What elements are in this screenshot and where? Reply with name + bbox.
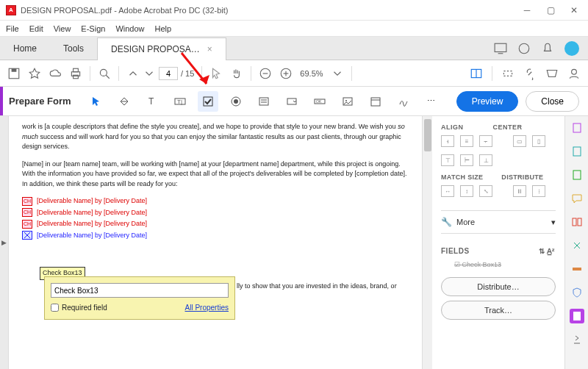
more-dropdown[interactable]: 🔧More▾: [441, 217, 556, 227]
page-number-input[interactable]: [159, 67, 178, 80]
zoom-in-icon[interactable]: [279, 67, 293, 80]
menubar: File Edit View E-Sign Window Help: [0, 21, 588, 37]
minimize-button[interactable]: ─: [522, 5, 532, 15]
tab-home[interactable]: Home: [0, 37, 50, 60]
align-bottom-icon[interactable]: ⊥: [479, 154, 492, 166]
radio-tool[interactable]: [226, 91, 246, 112]
star-icon[interactable]: [28, 67, 41, 80]
text-field-tool[interactable]: T|: [170, 91, 190, 112]
more-tools-strip-icon[interactable]: [570, 332, 584, 347]
match-height-icon[interactable]: ↕: [460, 185, 473, 197]
close-window-button[interactable]: ✕: [569, 5, 579, 15]
field-name-input[interactable]: [51, 283, 229, 298]
checkbox-tool[interactable]: [198, 91, 218, 112]
tab-document[interactable]: DESIGN PROPOSA…×: [97, 37, 226, 60]
export-icon[interactable]: [570, 168, 584, 182]
edit-pdf-icon[interactable]: [570, 144, 584, 159]
tab-tools[interactable]: Tools: [50, 37, 97, 60]
more-tools-icon[interactable]: ⋯: [421, 91, 442, 112]
select-tool[interactable]: [86, 91, 107, 112]
align-right-icon[interactable]: ⫟: [479, 135, 492, 147]
protect-icon[interactable]: [570, 285, 584, 300]
hand-icon[interactable]: [230, 67, 243, 80]
main-toolbar: / 15 69.5%: [0, 60, 588, 87]
sign-icon[interactable]: [567, 67, 581, 80]
button-tool[interactable]: OK: [309, 91, 330, 112]
star-share-icon[interactable]: [517, 42, 531, 55]
edit-tool[interactable]: [114, 91, 135, 112]
cloud-icon[interactable]: [49, 67, 62, 80]
distribute-button[interactable]: Distribute…: [441, 277, 556, 296]
redact-icon[interactable]: [570, 262, 584, 276]
link-tool-icon[interactable]: [523, 67, 537, 80]
svg-rect-45: [573, 268, 581, 271]
prepare-form-icon[interactable]: [570, 309, 584, 323]
image-tool[interactable]: [337, 91, 358, 112]
form-checkbox-field[interactable]: CH: [22, 197, 32, 206]
deliverable-row[interactable]: CH[Deliverable Name] by [Delivery Date]: [22, 208, 410, 218]
menu-file[interactable]: File: [6, 24, 19, 33]
center-v-icon[interactable]: ▯: [532, 135, 545, 147]
maximize-button[interactable]: ▢: [545, 5, 556, 15]
menu-view[interactable]: View: [54, 24, 71, 33]
zoom-out-icon[interactable]: [259, 67, 272, 80]
page-up-icon[interactable]: [126, 67, 140, 80]
zoom-dropdown-icon[interactable]: [331, 67, 344, 80]
match-both-icon[interactable]: ⤡: [479, 185, 492, 197]
right-panel: ALIGNCENTER ⫞ ≡ ⫟ ▭ ▯ ⊤ ⊢ ⊥ MATCH SIZEDI…: [432, 116, 564, 369]
menu-help[interactable]: Help: [155, 24, 172, 33]
form-checkbox-field-new[interactable]: [22, 231, 32, 240]
svg-rect-36: [371, 98, 380, 106]
doc-scrollbar[interactable]: [422, 116, 432, 369]
center-h-icon[interactable]: ▭: [513, 135, 526, 147]
select-icon[interactable]: [501, 67, 514, 80]
dropdown-tool[interactable]: [282, 91, 302, 112]
svg-rect-2: [495, 43, 506, 51]
user-avatar[interactable]: [564, 41, 579, 56]
distribute-v-icon[interactable]: ⫶: [532, 185, 545, 197]
comment-icon[interactable]: [570, 191, 584, 206]
tab-close-icon[interactable]: ×: [207, 44, 212, 54]
list-tool[interactable]: [254, 91, 274, 112]
align-center-h-icon[interactable]: ≡: [460, 135, 473, 147]
menu-window[interactable]: Window: [115, 24, 144, 33]
menu-edit[interactable]: Edit: [29, 24, 43, 33]
align-top-icon[interactable]: ⊤: [441, 154, 454, 166]
screen-icon[interactable]: [494, 42, 507, 55]
create-pdf-icon[interactable]: [570, 121, 584, 135]
required-field-checkbox[interactable]: Required field: [51, 302, 107, 313]
doc-para-1: work is [a couple descriptors that defin…: [22, 122, 410, 152]
distribute-h-icon[interactable]: ⫼: [513, 185, 526, 197]
close-formbar-button[interactable]: Close: [526, 91, 579, 112]
stamp-icon[interactable]: [545, 67, 559, 80]
date-tool[interactable]: [365, 91, 386, 112]
left-rail[interactable]: ▶: [0, 116, 9, 369]
form-checkbox-field[interactable]: CH: [22, 208, 32, 217]
save-icon[interactable]: [7, 67, 21, 80]
form-checkbox-field[interactable]: CH: [22, 220, 32, 229]
bell-icon[interactable]: [541, 42, 554, 55]
deliverable-row[interactable]: [Deliverable Name] by [Delivery Date]: [22, 231, 410, 241]
all-properties-link[interactable]: All Properties: [185, 302, 229, 313]
document-canvas[interactable]: work is [a couple descriptors that defin…: [9, 116, 423, 369]
preview-button[interactable]: Preview: [456, 91, 519, 112]
deliverable-row[interactable]: CH[Deliverable Name] by [Delivery Date]: [22, 219, 410, 229]
deliverable-row[interactable]: CH[Deliverable Name] by [Delivery Date]: [22, 196, 410, 207]
match-width-icon[interactable]: ↔: [441, 185, 454, 197]
signature-tool[interactable]: [393, 91, 414, 112]
print-icon[interactable]: [69, 67, 82, 80]
menu-esign[interactable]: E-Sign: [81, 24, 105, 33]
search-icon[interactable]: [98, 67, 111, 80]
page-down-icon[interactable]: [143, 67, 156, 80]
align-left-icon[interactable]: ⫞: [441, 135, 454, 147]
field-list-item[interactable]: ☑ Check Box13: [441, 259, 556, 273]
track-button[interactable]: Track…: [441, 301, 556, 320]
compress-icon[interactable]: [570, 238, 584, 253]
fields-sort-icons[interactable]: ⇅ A̲ᶻ: [539, 247, 556, 255]
organize-icon[interactable]: [570, 215, 584, 229]
zoom-level[interactable]: 69.5%: [300, 69, 323, 78]
text-tool[interactable]: T: [142, 91, 162, 112]
align-middle-icon[interactable]: ⊢: [460, 154, 473, 166]
pointer-icon[interactable]: [209, 67, 223, 80]
fit-icon[interactable]: [470, 67, 483, 80]
